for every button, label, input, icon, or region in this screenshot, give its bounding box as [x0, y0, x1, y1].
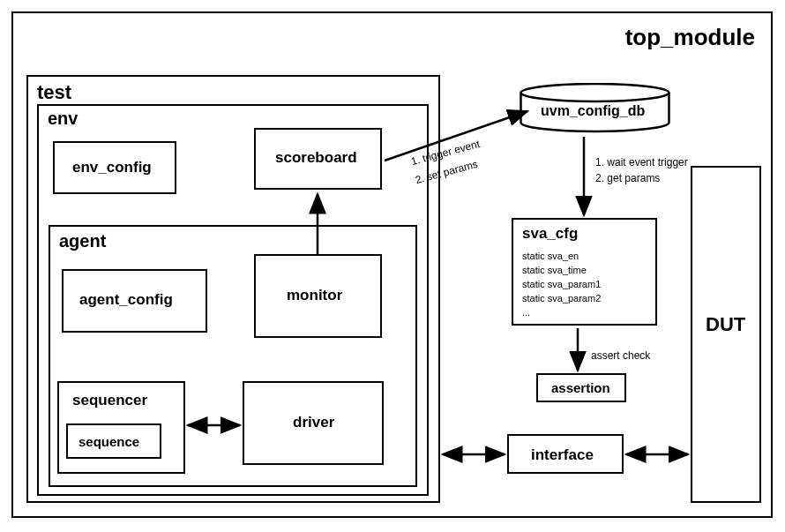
uvm-config-db-label: uvm_config_db — [541, 103, 645, 119]
env-config-box: env_config — [53, 141, 176, 194]
sva-cfg-label: sva_cfg — [522, 225, 578, 243]
db-to-sva-text1: 1. wait event trigger — [595, 155, 688, 170]
sva-cfg-line1: static sva_en — [522, 250, 579, 263]
sva-cfg-box: sva_cfg static sva_en static sva_time st… — [512, 218, 657, 326]
env-config-label: env_config — [72, 159, 152, 176]
assertion-label: assertion — [551, 380, 610, 395]
interface-box: interface — [507, 434, 624, 474]
sva-cfg-line4: static sva_param2 — [522, 292, 601, 305]
driver-box: driver — [243, 381, 384, 465]
sequence-label: sequence — [78, 434, 139, 449]
agent-config-label: agent_config — [79, 291, 173, 309]
env-label: env — [48, 109, 78, 129]
uvm-config-db-cylinder: uvm_config_db — [519, 83, 671, 134]
monitor-label: monitor — [287, 287, 342, 304]
scoreboard-label: scoreboard — [275, 149, 357, 167]
driver-label: driver — [293, 414, 334, 431]
sequencer-label: sequencer — [72, 392, 147, 409]
dut-label: DUT — [706, 313, 745, 336]
sva-cfg-line2: static sva_time — [522, 264, 587, 277]
agent-label: agent — [59, 231, 106, 251]
svg-point-0 — [521, 84, 669, 101]
sva-cfg-line3: static sva_param1 — [522, 278, 601, 291]
scoreboard-box: scoreboard — [254, 128, 382, 190]
sequence-box: sequence — [66, 423, 161, 459]
sva-cfg-line5: ... — [522, 306, 530, 319]
assert-check-text: assert check — [591, 348, 650, 363]
top-module-label: top_module — [625, 24, 755, 51]
agent-config-box: agent_config — [62, 269, 207, 333]
interface-label: interface — [531, 446, 594, 464]
monitor-box: monitor — [254, 254, 382, 338]
dut-box: DUT — [691, 166, 761, 503]
test-label: test — [37, 81, 71, 104]
db-to-sva-text2: 2. get params — [595, 171, 660, 186]
assertion-box: assertion — [536, 373, 626, 402]
